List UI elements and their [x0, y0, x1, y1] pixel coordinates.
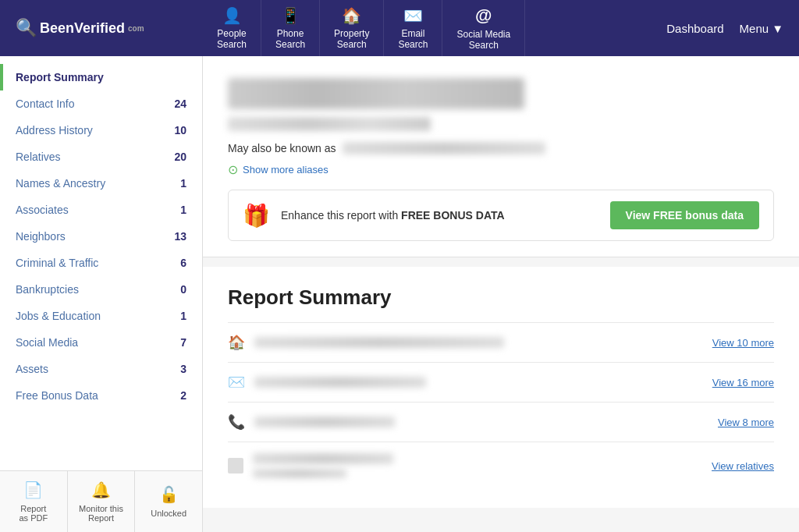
- nav-property-search[interactable]: 🏠 PropertySearch: [320, 0, 384, 56]
- aka-prefix: May also be known as: [228, 142, 336, 154]
- sidebar-item-jobs-education[interactable]: Jobs & Education 1: [0, 303, 202, 329]
- sidebar-item-report-summary[interactable]: Report Summary: [0, 64, 202, 90]
- chevron-down-icon: ⊙: [228, 162, 238, 177]
- menu-dropdown[interactable]: Menu ▼: [740, 22, 783, 35]
- profile-name-blurred: [228, 78, 524, 109]
- monitor-icon: 🔔: [91, 481, 111, 499]
- bonus-highlight: FREE BONUS DATA: [401, 209, 504, 222]
- report-row-email-left: ✉️: [228, 374, 700, 391]
- nav-phone-search[interactable]: 📱 PhoneSearch: [261, 0, 320, 56]
- main-content: May also be known as ⊙ Show more aliases…: [203, 56, 799, 532]
- logo-area: 🔍 BeenVerifiedcom: [0, 0, 203, 56]
- sidebar-item-names-ancestry[interactable]: Names & Ancestry 1: [0, 170, 202, 197]
- email-blurred: [254, 377, 426, 388]
- main-nav: 👤 PeopleSearch 📱 PhoneSearch 🏠 PropertyS…: [203, 0, 651, 56]
- envelope-icon: ✉️: [228, 374, 245, 391]
- view-10-more-link[interactable]: View 10 more: [712, 337, 774, 349]
- menu-chevron-icon: ▼: [772, 22, 783, 35]
- sidebar-item-neighbors[interactable]: Neighbors 13: [0, 223, 202, 250]
- pdf-icon: 📄: [23, 481, 43, 499]
- report-row-email: ✉️ View 16 more: [228, 362, 774, 402]
- unlocked-label: Unlocked: [151, 509, 186, 518]
- sidebar-item-social-media[interactable]: Social Media 7: [0, 329, 202, 356]
- relatives-blurred-container: [253, 453, 393, 478]
- report-row-relatives: View relatives: [228, 442, 774, 489]
- logo-icon: 🔍: [16, 18, 37, 38]
- report-summary-title: Report Summary: [228, 286, 774, 310]
- sidebar-item-associates[interactable]: Associates 1: [0, 197, 202, 223]
- phone-icon: 📱: [281, 6, 300, 25]
- bonus-text: Enhance this report with FREE BONUS DATA: [281, 209, 505, 222]
- address-blurred: [254, 337, 504, 348]
- show-more-label: Show more aliases: [243, 164, 328, 176]
- sidebar: Report Summary Contact Info 24 Address H…: [0, 56, 203, 532]
- sidebar-actions: 📄 Reportas PDF 🔔 Monitor thisReport 🔓 Un…: [0, 470, 202, 532]
- report-row-address-left: 🏠: [228, 334, 700, 351]
- social-icon: @: [475, 5, 492, 26]
- nav-social-search[interactable]: @ Social MediaSearch: [442, 0, 525, 56]
- email-icon: ✉️: [403, 6, 423, 25]
- profile-sub-blurred: [228, 117, 431, 131]
- view-relatives-link[interactable]: View relatives: [712, 460, 774, 472]
- sidebar-item-relatives[interactable]: Relatives 20: [0, 144, 202, 170]
- monitor-label: Monitor thisReport: [79, 504, 123, 523]
- header-right: Dashboard Menu ▼: [651, 0, 799, 56]
- dashboard-link[interactable]: Dashboard: [666, 22, 723, 35]
- nav-property-label: PropertySearch: [334, 28, 369, 50]
- nav-people-search[interactable]: 👤 PeopleSearch: [203, 0, 261, 56]
- show-more-aliases[interactable]: ⊙ Show more aliases: [228, 162, 774, 177]
- phone-row-icon: 📞: [228, 413, 245, 431]
- nav-social-label: Social MediaSearch: [456, 29, 510, 51]
- view-8-more-link[interactable]: View 8 more: [718, 417, 774, 428]
- sidebar-item-free-bonus-data[interactable]: Free Bonus Data 2: [0, 382, 202, 409]
- sidebar-item-address-history[interactable]: Address History 10: [0, 117, 202, 144]
- report-row-address: 🏠 View 10 more: [228, 322, 774, 362]
- sidebar-item-criminal-traffic[interactable]: Criminal & Traffic 6: [0, 250, 202, 276]
- main-layout: Report Summary Contact Info 24 Address H…: [0, 56, 799, 532]
- people-icon: 👤: [222, 6, 242, 25]
- sidebar-nav: Report Summary Contact Info 24 Address H…: [0, 56, 202, 470]
- nav-phone-label: PhoneSearch: [275, 28, 305, 50]
- sidebar-item-assets[interactable]: Assets 3: [0, 356, 202, 382]
- gift-icon: 🎁: [243, 203, 270, 229]
- report-pdf-button[interactable]: 📄 Reportas PDF: [0, 471, 68, 532]
- relatives-blurred-2: [253, 469, 346, 478]
- view-16-more-link[interactable]: View 16 more: [712, 377, 774, 388]
- bonus-banner: 🎁 Enhance this report with FREE BONUS DA…: [228, 190, 774, 241]
- report-row-relatives-left: [228, 453, 699, 478]
- phone-blurred: [254, 417, 395, 427]
- logo-text: BeenVerified: [40, 20, 125, 37]
- people-row-icon: [228, 458, 243, 473]
- view-bonus-data-button[interactable]: View FREE bonus data: [610, 201, 759, 229]
- aka-row: May also be known as: [228, 142, 774, 154]
- profile-card: May also be known as ⊙ Show more aliases…: [203, 56, 799, 257]
- report-section: Report Summary 🏠 View 10 more ✉️ View 16…: [203, 267, 799, 508]
- nav-email-search[interactable]: ✉️ EmailSearch: [384, 0, 442, 56]
- logo: 🔍 BeenVerifiedcom: [16, 18, 144, 38]
- sidebar-item-contact-info[interactable]: Contact Info 24: [0, 90, 202, 117]
- unlocked-button[interactable]: 🔓 Unlocked: [135, 471, 202, 532]
- nav-people-label: PeopleSearch: [217, 28, 247, 50]
- unlocked-icon: 🔓: [159, 485, 179, 504]
- sidebar-item-bankruptcies[interactable]: Bankruptcies 0: [0, 276, 202, 303]
- report-row-phone: 📞 View 8 more: [228, 402, 774, 442]
- home-icon: 🏠: [228, 334, 245, 351]
- nav-email-label: EmailSearch: [398, 28, 428, 50]
- report-row-phone-left: 📞: [228, 413, 705, 431]
- pdf-label: Reportas PDF: [19, 504, 48, 523]
- logo-com: com: [128, 24, 144, 33]
- aka-blurred: [343, 142, 545, 154]
- monitor-report-button[interactable]: 🔔 Monitor thisReport: [68, 471, 136, 532]
- property-icon: 🏠: [342, 6, 361, 25]
- bonus-left: 🎁 Enhance this report with FREE BONUS DA…: [243, 203, 505, 229]
- relatives-blurred-1: [253, 453, 393, 464]
- main-header: 🔍 BeenVerifiedcom 👤 PeopleSearch 📱 Phone…: [0, 0, 799, 56]
